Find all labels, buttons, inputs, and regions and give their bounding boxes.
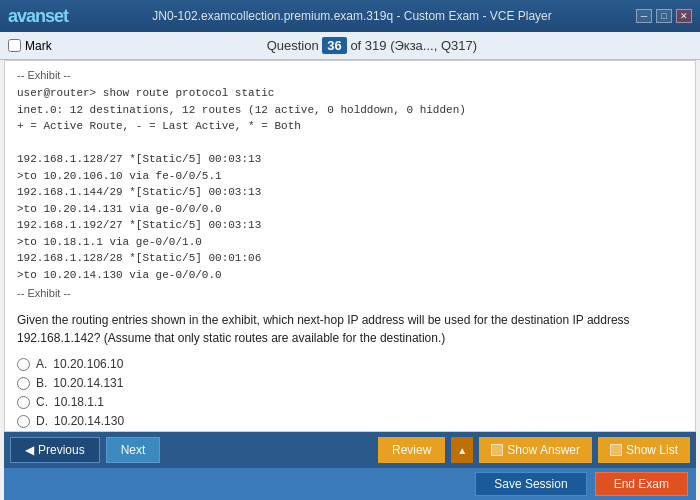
question-total: of 319 (Экза..., Q317) (350, 38, 477, 53)
previous-label: Previous (38, 443, 85, 457)
maximize-button[interactable]: □ (656, 9, 672, 23)
exhibit-end-label: -- Exhibit -- (17, 287, 683, 299)
close-button[interactable]: ✕ (676, 9, 692, 23)
window-title: JN0-102.examcollection.premium.exam.319q… (68, 9, 636, 23)
option-b-text: 10.20.14.131 (53, 376, 123, 390)
code-line-3: + = Active Route, - = Last Active, * = B… (17, 118, 683, 135)
prev-arrow-icon: ◀ (25, 443, 34, 457)
top-toolbar: Mark Question 36 of 319 (Экза..., Q317) (0, 32, 700, 60)
code-line-6: >to 10.20.106.10 via fe-0/0/5.1 (17, 168, 683, 185)
review-button[interactable]: Review (378, 437, 445, 463)
previous-button[interactable]: ◀ Previous (10, 437, 100, 463)
show-answer-icon (491, 444, 503, 456)
radio-c[interactable] (17, 396, 30, 409)
window-controls: ─ □ ✕ (636, 9, 692, 23)
next-button[interactable]: Next (106, 437, 161, 463)
title-bar: avanset JN0-102.examcollection.premium.e… (0, 0, 700, 32)
show-list-label: Show List (626, 443, 678, 457)
question-label: Question (267, 38, 319, 53)
review-label: Review (392, 443, 431, 457)
minimize-button[interactable]: ─ (636, 9, 652, 23)
logo-text-1: avan (8, 6, 45, 26)
code-line-1: user@router> show route protocol static (17, 85, 683, 102)
option-d: D. 10.20.14.130 (17, 414, 683, 428)
question-number-badge: 36 (322, 37, 346, 54)
bottom-nav: ◀ Previous Next Review ▲ Show Answer Sho… (4, 432, 696, 468)
option-d-label: D. (36, 414, 48, 428)
show-answer-button[interactable]: Show Answer (479, 437, 592, 463)
exhibit-start-label: -- Exhibit -- (17, 69, 683, 81)
option-a-label: A. (36, 357, 47, 371)
content-area: -- Exhibit -- user@router> show route pr… (4, 60, 696, 432)
show-list-icon (610, 444, 622, 456)
code-line-7: 192.168.1.144/29 *[Static/5] 00:03:13 (17, 184, 683, 201)
code-line-9: 192.168.1.192/27 *[Static/5] 00:03:13 (17, 217, 683, 234)
code-line-2: inet.0: 12 destinations, 12 routes (12 a… (17, 102, 683, 119)
code-line-5: 192.168.1.128/27 *[Static/5] 00:03:13 (17, 151, 683, 168)
show-list-button[interactable]: Show List (598, 437, 690, 463)
mark-checkbox[interactable] (8, 39, 21, 52)
code-line-blank (17, 135, 683, 152)
mark-label: Mark (25, 39, 52, 53)
review-dropdown-button[interactable]: ▲ (451, 437, 473, 463)
code-line-11: 192.168.1.128/28 *[Static/5] 00:01:06 (17, 250, 683, 267)
bottom-action-bar: Save Session End Exam (4, 468, 696, 500)
option-a-text: 10.20.106.10 (53, 357, 123, 371)
option-c-label: C. (36, 395, 48, 409)
save-session-button[interactable]: Save Session (475, 472, 586, 496)
question-text: Given the routing entries shown in the e… (17, 311, 683, 347)
options-list: A. 10.20.106.10 B. 10.20.14.131 C. 10.18… (17, 357, 683, 428)
show-answer-label: Show Answer (507, 443, 580, 457)
option-c-text: 10.18.1.1 (54, 395, 104, 409)
radio-d[interactable] (17, 415, 30, 428)
option-d-text: 10.20.14.130 (54, 414, 124, 428)
question-info: Question 36 of 319 (Экза..., Q317) (52, 38, 692, 53)
app-logo: avanset (8, 6, 68, 27)
option-b: B. 10.20.14.131 (17, 376, 683, 390)
option-c: C. 10.18.1.1 (17, 395, 683, 409)
radio-a[interactable] (17, 358, 30, 371)
end-exam-button[interactable]: End Exam (595, 472, 688, 496)
code-line-10: >to 10.18.1.1 via ge-0/0/1.0 (17, 234, 683, 251)
logo-text-2: set (45, 6, 68, 26)
code-line-12: >to 10.20.14.130 via ge-0/0/0.0 (17, 267, 683, 284)
mark-container: Mark (8, 39, 52, 53)
code-block: user@router> show route protocol static … (17, 85, 683, 283)
option-a: A. 10.20.106.10 (17, 357, 683, 371)
option-b-label: B. (36, 376, 47, 390)
code-line-8: >to 10.20.14.131 via ge-0/0/0.0 (17, 201, 683, 218)
radio-b[interactable] (17, 377, 30, 390)
